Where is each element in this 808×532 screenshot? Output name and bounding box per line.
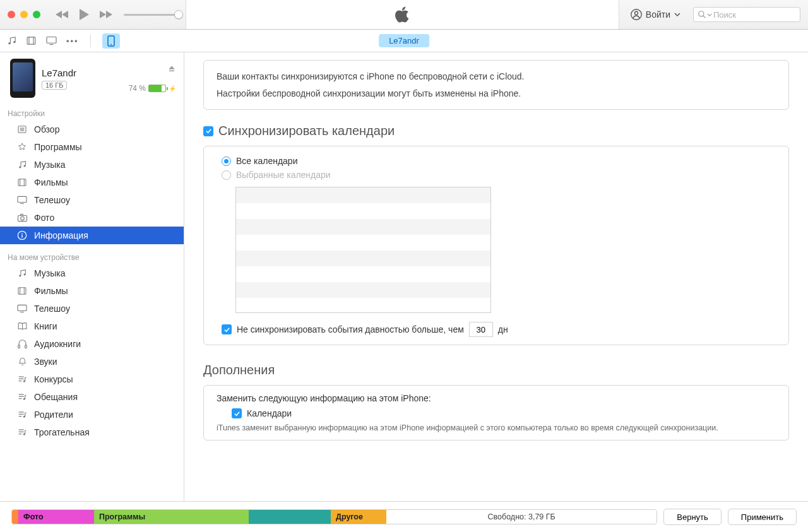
search-input[interactable] [713,10,796,20]
sidebar-item-tv[interactable]: Телешоу [0,300,184,317]
sidebar-item-camera[interactable]: Фото [0,209,184,227]
svg-point-31 [19,275,21,276]
sidebar-item-tv[interactable]: Телешоу [0,191,184,209]
music-icon [16,159,28,170]
revert-button[interactable]: Вернуть [663,509,722,525]
svg-point-26 [20,216,24,220]
prev-track-icon[interactable] [56,9,69,20]
no-sync-old-events-checkbox[interactable] [222,324,232,334]
sidebar-item-info[interactable]: Информация [0,227,184,244]
tv-icon [16,303,28,314]
section-label-ondevice: На моем устройстве [0,251,184,264]
svg-point-29 [21,233,23,234]
calendar-listbox[interactable] [235,187,491,313]
radio-icon [222,157,231,166]
info-line: Ваши контакты синхронизируются с iPhone … [217,68,776,85]
sidebar-item-playlist[interactable]: Обещания [0,388,184,406]
capacity-segment-apps: Программы [94,510,249,524]
icloud-info-panel: Ваши контакты синхронизируются с iPhone … [203,60,789,110]
window-controls [8,11,40,18]
sidebar-item-label: Телешоу [34,195,70,205]
capacity-segment-free: Свободно: 3,79 ГБ [386,510,656,524]
charging-icon: ⚡ [169,85,176,92]
separator [90,35,91,47]
play-icon[interactable] [78,8,90,21]
sidebar-item-label: Аудиокниги [34,339,81,349]
radio-icon [222,170,231,180]
chevron-down-icon [707,13,712,16]
replace-note: iTunes заменит выбранную информацию на э… [217,423,776,432]
apple-logo-icon [394,5,410,24]
device-button[interactable] [102,33,120,49]
eject-icon[interactable] [167,64,176,73]
music-icon [16,268,28,279]
capacity-segment-other: Другое [331,510,386,524]
sidebar-item-music[interactable]: Музыка [0,264,184,282]
sidebar-item-label: Родители [34,410,73,420]
sidebar-item-list[interactable]: Обзор [0,121,184,138]
volume-knob[interactable] [174,10,183,19]
next-track-icon[interactable] [98,9,112,20]
zoom-window-icon[interactable] [33,11,40,18]
battery-icon [148,85,166,92]
movies-tab-icon[interactable] [26,35,37,46]
device-name: Le7andr [42,68,76,78]
music-tab-icon[interactable] [6,35,17,46]
sidebar-item-label: Фото [34,213,54,223]
sidebar-item-playlist[interactable]: Родители [0,406,184,423]
radio-selected-calendars[interactable]: Выбранные календари [217,168,776,182]
more-tab-icon[interactable]: ••• [66,36,79,45]
sidebar: Le7andr 16 ГБ 74 % ⚡ Настройки ОбзорПрог… [0,52,184,501]
tv-tab-icon[interactable] [45,36,57,45]
radio-all-calendars[interactable]: Все календари [217,154,776,168]
svg-rect-33 [18,288,26,295]
signin-button[interactable]: Войти [624,6,687,23]
capacity-segment-photo: Фото [18,510,94,524]
sidebar-item-bell[interactable]: Звуки [0,353,184,370]
svg-point-19 [23,165,25,167]
sidebar-item-playlist[interactable]: Трогательная [0,423,184,441]
sidebar-item-label: Обзор [34,124,59,134]
camera-icon [16,212,28,223]
sidebar-item-playlist[interactable]: Конкурсы [0,370,184,388]
no-sync-label: Не синхронизировать события давностью бо… [237,324,464,334]
list-icon [16,124,28,135]
sidebar-item-label: Телешоу [34,304,70,314]
replace-calendars-checkbox[interactable] [232,408,242,418]
svg-line-3 [703,16,706,18]
sync-calendars-header: Синхронизировать календари [203,124,789,138]
volume-slider[interactable] [124,14,181,16]
sync-calendars-checkbox[interactable] [203,126,213,136]
svg-point-12 [110,44,112,45]
sidebar-item-label: Конкурсы [34,374,73,384]
battery-percent: 74 % [129,84,146,93]
apply-button[interactable]: Применить [728,509,797,525]
tv-icon [16,194,28,206]
playlist-icon [16,374,28,385]
svg-rect-39 [18,345,20,348]
days-field[interactable] [469,322,493,337]
sidebar-item-label: Информация [34,230,88,240]
extras-panel: Заменить следующую информацию на этом iP… [203,385,789,440]
signin-label: Войти [646,9,670,20]
sidebar-item-music[interactable]: Музыка [0,156,184,174]
sidebar-item-film[interactable]: Фильмы [0,174,184,191]
close-window-icon[interactable] [8,11,15,18]
search-field[interactable] [693,7,800,22]
book-icon [16,321,28,332]
sidebar-item-apps[interactable]: Программы [0,138,184,156]
content-pane: Ваши контакты синхронизируются с iPhone … [184,52,808,501]
capacity-segment [12,510,18,524]
sidebar-item-film[interactable]: Фильмы [0,282,184,300]
section-label-settings: Настройки [0,107,184,121]
device-name-pill[interactable]: Le7andr [379,36,429,45]
svg-point-2 [699,11,704,16]
titlebar: Войти [0,0,808,30]
iphone-icon [107,35,115,47]
footer: Фото Программы Другое Свободно: 3,79 ГБ … [0,501,808,532]
user-icon [631,9,642,20]
minimize-window-icon[interactable] [20,11,28,18]
sidebar-item-audiobook[interactable]: Аудиокниги [0,335,184,353]
audiobook-icon [16,338,28,350]
sidebar-item-book[interactable]: Книги [0,317,184,335]
